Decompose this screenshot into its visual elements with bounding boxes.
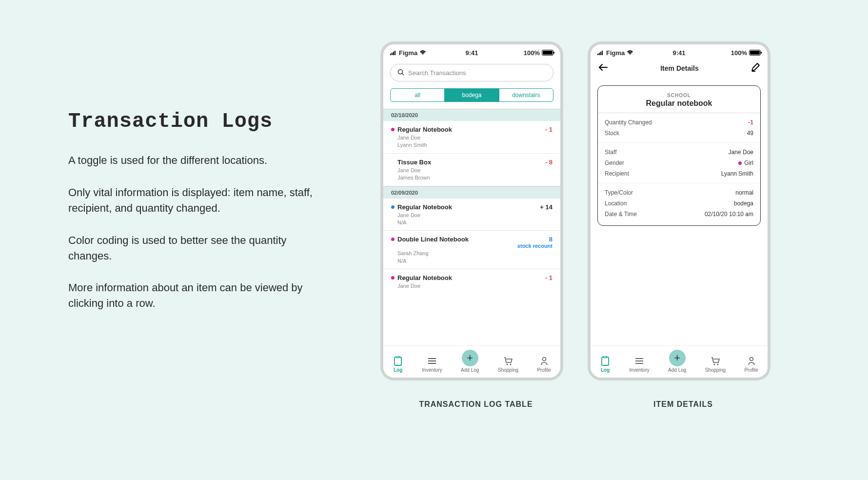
description-panel: Transaction Logs A toggle is used for th… <box>68 110 327 328</box>
log-staff: Jane Doe <box>397 167 552 174</box>
nav-label: Inventory <box>422 367 442 373</box>
log-staff: Jane Doe <box>397 134 552 141</box>
log-staff: Sarah Zhang <box>397 250 552 257</box>
plus-icon: + <box>462 350 478 366</box>
log-qty: - 1 <box>545 274 552 281</box>
location-toggle: all bodega downstairs <box>390 88 553 102</box>
log-row[interactable]: Regular Notebook - 1 Jane Doe <box>383 269 560 294</box>
search-input[interactable]: Search Transactions <box>390 64 553 81</box>
nav-shopping[interactable]: Shopping <box>705 356 726 373</box>
nav-log[interactable]: Log <box>393 356 403 373</box>
log-row[interactable]: Tissue Box - 8 Jane Doe James Brown <box>383 154 560 186</box>
datetime-value: 02/10/20 10:10 am <box>705 211 753 218</box>
log-recipient: Lyann Smith <box>397 141 552 149</box>
nav-shopping[interactable]: Shopping <box>498 356 518 373</box>
stock-value: 49 <box>747 130 753 137</box>
log-recipient: James Brown <box>397 174 552 181</box>
search-icon <box>397 69 404 77</box>
cart-icon <box>503 356 513 366</box>
dot-icon <box>391 128 395 131</box>
status-time: 9:41 <box>672 49 685 57</box>
detail-category: SCHOOL <box>598 93 760 98</box>
back-button[interactable] <box>598 63 608 73</box>
log-row[interactable]: Regular Notebook - 1 Jane Doe Lyann Smit… <box>383 121 560 154</box>
nav-label: Profile <box>537 367 551 373</box>
clipboard-icon <box>600 356 611 366</box>
nav-label: Log <box>601 367 610 373</box>
type-label: Type/Color <box>605 189 633 196</box>
edit-button[interactable] <box>751 63 760 74</box>
log-qty: - 8 <box>545 159 552 166</box>
wifi-icon <box>419 49 426 57</box>
battery-icon <box>542 50 553 56</box>
log-row[interactable]: Regular Notebook + 14 Jane Doe N/A <box>383 199 560 231</box>
recipient-value: Lyann Smith <box>721 170 753 177</box>
date-header: 02/10/2020 <box>383 109 560 121</box>
log-staff: Jane Doe <box>397 212 552 219</box>
nav-add-log[interactable]: + Add Log <box>461 350 479 373</box>
nav-profile[interactable]: Profile <box>744 356 758 373</box>
nav-label: Shopping <box>705 367 726 373</box>
staff-label: Staff <box>605 149 616 156</box>
description-p2: Only vital information is displayed: ite… <box>68 185 327 216</box>
screen-title: Item Details <box>660 64 699 72</box>
dot-icon <box>738 161 742 165</box>
svg-point-24 <box>713 364 715 365</box>
log-qty: - 1 <box>545 126 552 133</box>
svg-point-13 <box>542 358 546 361</box>
log-item-name: Regular Notebook <box>397 274 452 281</box>
svg-point-4 <box>398 69 403 74</box>
phone-item-details: Figma 9:41 100% Item Details SCHOOL Regu… <box>588 41 770 380</box>
search-placeholder: Search Transactions <box>408 69 466 77</box>
svg-rect-7 <box>396 357 399 358</box>
clipboard-icon <box>393 356 403 366</box>
menu-icon <box>427 356 437 366</box>
caption-transaction-log: TRANSACTION LOG TABLE <box>380 400 572 409</box>
battery-percent: 100% <box>524 49 540 57</box>
log-recipient: N/A <box>397 219 552 226</box>
segment-bodega[interactable]: bodega <box>444 89 498 101</box>
nav-label: Shopping <box>498 367 518 373</box>
datetime-label: Date & Time <box>605 211 637 218</box>
svg-point-11 <box>506 364 508 365</box>
nav-label: Log <box>394 367 402 373</box>
bottom-nav: Log Inventory + Add Log Shopping Profile <box>383 345 560 378</box>
nav-label: Profile <box>744 367 758 373</box>
signal-icon <box>390 49 397 57</box>
nav-add-log[interactable]: + Add Log <box>668 350 686 373</box>
detail-item-name: Regular notebook <box>598 99 760 108</box>
person-icon <box>539 356 550 366</box>
log-item-name: Tissue Box <box>397 159 431 166</box>
bottom-nav: Log Inventory + Add Log Shopping Profile <box>591 345 768 378</box>
dot-icon <box>391 205 395 209</box>
log-staff: Jane Doe <box>397 282 552 290</box>
plus-icon: + <box>669 350 686 366</box>
caption-item-details: ITEM DETAILS <box>588 400 779 409</box>
log-row[interactable]: Double Lined Notebook 8 stock recount Sa… <box>383 231 560 269</box>
nav-label: Add Log <box>668 367 686 373</box>
page-title: Transaction Logs <box>68 110 327 133</box>
nav-log[interactable]: Log <box>600 356 611 373</box>
segment-all[interactable]: all <box>391 89 444 101</box>
svg-rect-3 <box>395 51 395 55</box>
description-p1: A toggle is used for the different locat… <box>68 153 327 168</box>
svg-point-12 <box>510 364 511 365</box>
person-icon <box>746 356 757 366</box>
svg-rect-17 <box>602 51 603 55</box>
segment-downstairs[interactable]: downstairs <box>499 89 553 101</box>
status-time: 9:41 <box>465 49 478 57</box>
signal-icon <box>597 49 604 57</box>
dot-icon <box>391 276 395 280</box>
nav-inventory[interactable]: Inventory <box>630 356 650 373</box>
log-qty: 8 <box>517 236 552 243</box>
svg-rect-6 <box>395 357 401 365</box>
svg-line-5 <box>402 73 404 75</box>
location-label: Location <box>605 200 627 207</box>
carrier-label: Figma <box>606 49 625 57</box>
staff-value: Jane Doe <box>729 149 753 156</box>
nav-inventory[interactable]: Inventory <box>422 356 442 373</box>
detail-header: Item Details <box>591 58 768 77</box>
nav-profile[interactable]: Profile <box>537 356 551 373</box>
description-p3: Color coding is used to better see the q… <box>68 233 327 264</box>
svg-rect-20 <box>604 357 607 358</box>
